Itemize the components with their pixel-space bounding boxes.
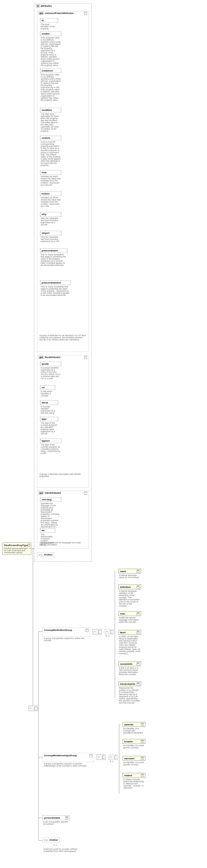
any-label: ##other	[49, 839, 58, 841]
attr-pubconstrainturi[interactable]: pubconstrainturiOne or many constraints …	[40, 280, 71, 296]
attr-modified[interactable]: modifiedThe date (and, optionally, the t…	[40, 108, 61, 132]
attr-qcode[interactable]: qcodeA concept identifier expressed as a…	[40, 362, 61, 379]
el-hierarchyinfo[interactable]: hierarchyInfo+Represents the position of…	[119, 681, 141, 704]
attributes-label: attributes	[41, 4, 52, 7]
attr-label: creatoruri	[42, 69, 53, 72]
attr-desc: The type of the concept assigned as cont…	[40, 421, 58, 435]
attr-desc: If the property value is not defined, sp…	[40, 73, 61, 101]
el-note[interactable]: note+Additional natural language informa…	[119, 611, 141, 623]
attr-label: howuri	[42, 192, 50, 195]
el-desc: Represents the position of a concept in …	[119, 686, 141, 704]
attr-xmllang[interactable]: xml:langSpecifies the language of this p…	[40, 497, 61, 528]
expand-icon[interactable]: +	[141, 757, 144, 760]
connector-line	[38, 631, 43, 632]
cardinality: 0..∞	[53, 844, 57, 846]
group-badge-icon: grp	[38, 12, 44, 14]
attr-label: xml:lang	[42, 498, 52, 501]
attr-desc: The type of the concept assigned as cont…	[40, 443, 61, 454]
collapse-icon[interactable]: −	[85, 629, 88, 632]
el-label: remoteInfo	[120, 663, 132, 665]
el-label: personDetails	[44, 816, 60, 819]
connector-line	[33, 549, 33, 706]
el-label: facet	[120, 631, 126, 634]
collapse-icon[interactable]: −	[28, 544, 30, 547]
attr-uri[interactable]: uriA URI which identifies a concept.	[40, 385, 55, 397]
collapse-icon[interactable]: −	[89, 754, 93, 757]
attr-custom[interactable]: customIf set to true the corresponding p…	[40, 136, 61, 166]
attr-whyuri[interactable]: whyuriWhy the metadata has been included…	[40, 231, 61, 242]
attr-desc: If the property value is not defined, sp…	[40, 36, 61, 66]
attr-label: why	[42, 213, 47, 216]
el-desc: Additional natural language information …	[119, 616, 141, 623]
cardinality: 0..∞	[106, 635, 109, 637]
attr-desc: Indicates by which means the value was e…	[40, 196, 61, 207]
expand-icon[interactable]: +	[65, 816, 68, 819]
any-other-elements[interactable]: any: ##other	[43, 838, 59, 842]
attr-desc: Why the metadata has been included - exp…	[40, 217, 61, 226]
any-other-attributes[interactable]: any: ##other	[37, 552, 54, 557]
el-narrower[interactable]: narrower+An identifier of a more specifi…	[123, 756, 146, 766]
root-type-title: FlexPersonPropType	[4, 544, 28, 547]
connector-line	[119, 724, 119, 794]
el-related[interactable]: related+A related concept, where the rel…	[123, 773, 146, 789]
attr-label: pubconstrainturi	[42, 281, 61, 284]
attr-typeuri[interactable]: typeuriThe type of the concept assigned …	[40, 438, 61, 454]
expand-icon[interactable]: +	[136, 631, 139, 634]
el-desc: A related concept, where the relationshi…	[123, 778, 146, 789]
attributes-badge: ☰	[36, 4, 40, 7]
el-label: hierarchyInfo	[120, 683, 135, 685]
group-desc: A group of attributes associated with fl…	[38, 472, 87, 479]
attr-why[interactable]: whyWhy the metadata has been included - …	[40, 212, 61, 226]
el-definition[interactable]: definition+A natural language definition…	[119, 585, 141, 607]
collapse-icon[interactable]: −	[84, 492, 87, 495]
attr-creatoruri[interactable]: creatoruriIf the property value is not d…	[40, 68, 61, 101]
attr-id[interactable]: idThe local identifier of the property.	[40, 18, 58, 30]
connector-line	[37, 708, 39, 708]
any-prefix: any:	[38, 553, 43, 556]
expand-icon[interactable]: +	[136, 612, 139, 615]
attr-desc: A concept identifier expressed as a stri…	[40, 366, 61, 379]
el-person-details[interactable]: personDetails+A set of properties specif…	[43, 815, 70, 825]
group-concept-relationships[interactable]: ConceptRelationshipsGroup−	[43, 753, 94, 762]
group-concept-definition[interactable]: ConceptDefinitionGroup−	[43, 627, 90, 637]
attr-desc: Indicates by which means the value was e…	[40, 175, 61, 186]
el-facet[interactable]: facet+In NAR 1.8 and later, 'facet' is d…	[119, 630, 141, 654]
expand-icon[interactable]: +	[141, 774, 144, 777]
attr-literal[interactable]: literalA concept identifier expressed as…	[40, 400, 58, 414]
el-broader[interactable]: broader+An identifier of a more generic …	[123, 739, 146, 749]
collapse-icon[interactable]: −	[84, 12, 87, 15]
attr-desc: Specifies the language of this property …	[40, 502, 61, 528]
sequence-joiner-icon	[97, 754, 106, 760]
attr-type[interactable]: typeThe type of the concept assigned as …	[40, 417, 58, 435]
attr-creator[interactable]: creatorIf the property value is not defi…	[40, 31, 61, 66]
collapse-icon[interactable]: −	[84, 356, 87, 359]
attr-label: whyuri	[42, 232, 50, 235]
el-name[interactable]: name+A natural language name for the con…	[119, 569, 141, 579]
attr-howuri[interactable]: howuriIndicates by which means the value…	[40, 191, 61, 207]
el-desc: A natural language name for the concept.	[119, 574, 141, 579]
expand-icon[interactable]: +	[136, 662, 139, 665]
el-desc: An identifier of a more generic concept.	[123, 744, 146, 749]
root-type-node[interactable]: FlexPersonPropType− Flexible person data…	[2, 542, 31, 555]
expand-icon[interactable]: +	[136, 585, 139, 588]
group-title: ConceptDefinitionGroup	[44, 629, 72, 632]
group-desc: A group of attributes for language and s…	[38, 541, 87, 548]
attr-label: pubconstraint	[42, 249, 58, 252]
group-badge-icon: grp	[38, 356, 44, 359]
expand-icon[interactable]: +	[136, 682, 139, 685]
el-desc: A natural language definition of the sem…	[119, 589, 141, 607]
attr-pubconstraint[interactable]: pubconstraintOne or many constraints tha…	[40, 248, 68, 266]
expand-icon[interactable]: +	[141, 740, 144, 743]
expand-icon[interactable]: +	[141, 723, 144, 726]
connector-line	[38, 757, 43, 757]
expand-icon[interactable]: +	[136, 570, 139, 573]
connector-line	[33, 549, 34, 549]
el-sameas[interactable]: sameAs+An identifier of a concept with e…	[123, 722, 146, 734]
any-label: ##other	[44, 553, 52, 556]
el-remoteinfo[interactable]: remoteInfo+A link to an item or a web re…	[119, 661, 141, 675]
el-label: narrower	[124, 757, 134, 760]
el-label: related	[124, 774, 132, 777]
choice-joiner-icon	[109, 754, 118, 760]
attr-how[interactable]: howIndicates by which means the value wa…	[40, 170, 61, 186]
connector-line	[115, 570, 115, 698]
